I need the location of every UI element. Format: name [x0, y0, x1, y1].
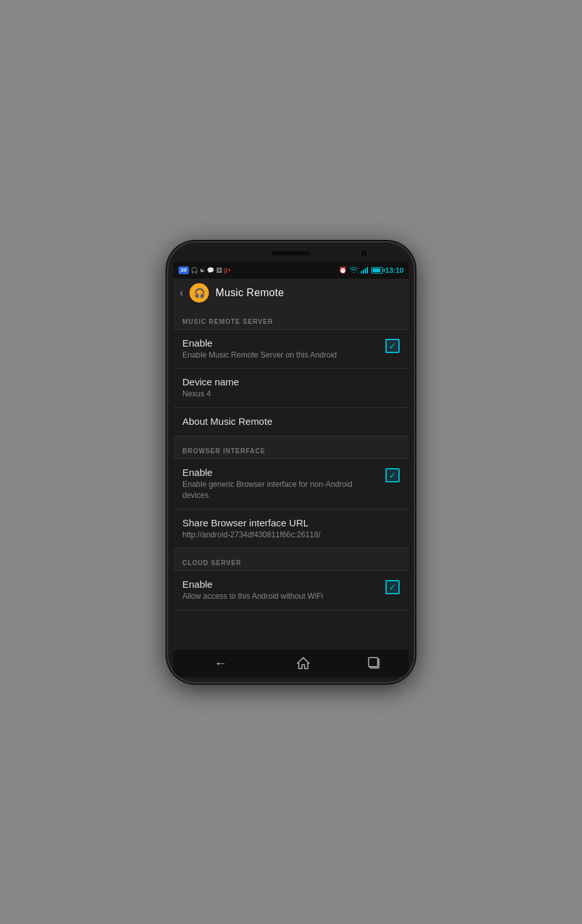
app-bar: ‹ 🎧 Music Remote — [173, 279, 409, 307]
section-title-browser-interface: BROWSER INTERFACE — [182, 447, 266, 455]
phone-camera — [361, 250, 367, 257]
alarm-icon: ⏰ — [339, 266, 347, 274]
nav-recents-button[interactable] — [367, 656, 381, 670]
enable-browser-item[interactable]: Enable Enable generic Browser interface … — [173, 459, 409, 509]
nav-home-button[interactable] — [296, 656, 310, 670]
gplus-status-icon: g+ — [224, 266, 231, 274]
status-icons-right: ⏰ 13:10 — [339, 266, 404, 274]
status-bar: 20 🎧 ☯ 💬 🖼 g+ ⏰ — [173, 262, 409, 279]
enable-cloud-text: Enable Allow access to this Android with… — [182, 579, 385, 602]
chat-status-icon: 💬 — [207, 267, 214, 274]
share-url-subtitle: http://android-2734df430811f66c:26118/ — [182, 530, 393, 541]
app-title: Music Remote — [215, 287, 284, 299]
image-status-icon: 🖼 — [216, 267, 222, 274]
phone-speaker — [272, 252, 310, 255]
signal-icon — [361, 266, 369, 274]
section-title-cloud-server: CLOUD SERVER — [182, 559, 241, 566]
battery-icon — [371, 267, 383, 274]
status-icons-left: 20 🎧 ☯ 💬 🖼 g+ — [178, 266, 231, 274]
enable-server-text: Enable Enable Music Remote Server on thi… — [182, 338, 385, 361]
share-url-text: Share Browser interface URL http://andro… — [182, 517, 400, 541]
enable-cloud-item[interactable]: Enable Allow access to this Android with… — [173, 571, 409, 610]
svg-rect-1 — [363, 270, 364, 274]
nav-back-button[interactable]: ← — [201, 650, 240, 676]
enable-cloud-checkbox[interactable]: ✓ — [385, 580, 400, 594]
home-icon — [296, 656, 310, 670]
section-header-music-remote-server: MUSIC REMOTE SERVER — [173, 307, 409, 329]
enable-cloud-title: Enable — [182, 579, 379, 590]
phone-device: 20 🎧 ☯ 💬 🖼 g+ ⏰ — [168, 242, 414, 682]
enable-server-check-icon: ✓ — [389, 341, 396, 350]
enable-browser-check-icon: ✓ — [389, 471, 396, 480]
enable-server-subtitle: Enable Music Remote Server on this Andro… — [182, 350, 379, 361]
enable-server-title: Enable — [182, 338, 379, 349]
section-header-cloud-server: CLOUD SERVER — [173, 548, 409, 570]
share-url-item[interactable]: Share Browser interface URL http://andro… — [173, 510, 409, 548]
settings-content: MUSIC REMOTE SERVER Enable Enable Music … — [173, 307, 409, 649]
about-text: About Music Remote — [182, 416, 400, 428]
svg-rect-3 — [367, 267, 368, 274]
about-item[interactable]: About Music Remote — [173, 408, 409, 436]
section-header-browser-interface: BROWSER INTERFACE — [173, 436, 409, 458]
nav-bar: ← — [173, 649, 409, 677]
device-name-title: Device name — [182, 376, 393, 387]
notification-icon-20: 20 — [178, 266, 189, 274]
back-button[interactable]: ‹ — [180, 287, 183, 299]
enable-cloud-subtitle: Allow access to this Android without WiF… — [182, 591, 379, 602]
section-title-music-remote-server: MUSIC REMOTE SERVER — [182, 318, 274, 325]
enable-server-checkbox[interactable]: ✓ — [385, 339, 400, 353]
share-url-title: Share Browser interface URL — [182, 517, 393, 528]
device-name-subtitle: Nexus 4 — [182, 389, 393, 400]
yin-yang-status-icon: ☯ — [200, 267, 205, 274]
headphones-status-icon: 🎧 — [191, 267, 198, 274]
enable-browser-checkbox[interactable]: ✓ — [385, 468, 400, 482]
device-name-text: Device name Nexus 4 — [182, 376, 400, 400]
status-time: 13:10 — [385, 266, 404, 274]
enable-browser-subtitle: Enable generic Browser interface for non… — [182, 479, 379, 501]
about-title: About Music Remote — [182, 416, 393, 427]
enable-server-item[interactable]: Enable Enable Music Remote Server on thi… — [173, 330, 409, 369]
app-icon: 🎧 — [189, 283, 209, 303]
svg-rect-0 — [361, 271, 362, 274]
phone-screen: 20 🎧 ☯ 💬 🖼 g+ ⏰ — [173, 262, 409, 677]
app-icon-emoji: 🎧 — [194, 288, 205, 298]
divider-9 — [173, 610, 409, 610]
svg-marker-4 — [297, 658, 309, 669]
svg-rect-6 — [369, 658, 378, 667]
wifi-icon — [349, 266, 358, 274]
svg-rect-2 — [365, 268, 366, 274]
enable-browser-text: Enable Enable generic Browser interface … — [182, 467, 385, 501]
recents-icon — [367, 656, 381, 670]
device-name-item[interactable]: Device name Nexus 4 — [173, 369, 409, 407]
enable-cloud-check-icon: ✓ — [389, 583, 396, 592]
enable-browser-title: Enable — [182, 467, 379, 478]
